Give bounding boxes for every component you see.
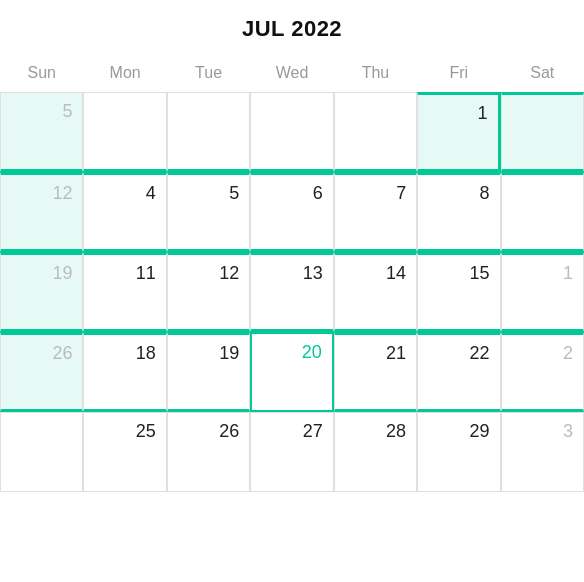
header-fri: Fri	[417, 58, 500, 92]
day-cell-19[interactable]: 19	[167, 332, 250, 412]
day-cell-empty-4[interactable]	[334, 92, 417, 172]
calendar: JUL 2022 Sun Mon Tue Wed Thu Fri Sat 5 1	[0, 0, 584, 500]
header-sat: Sat	[501, 58, 584, 92]
day-cell-11[interactable]: 11	[83, 252, 166, 332]
day-cell-26-sun[interactable]: 26	[0, 332, 83, 412]
day-cell-6[interactable]: 6	[250, 172, 333, 252]
header-tue: Tue	[167, 58, 250, 92]
day-cell-15[interactable]: 15	[417, 252, 500, 332]
day-cell-empty-3[interactable]	[250, 92, 333, 172]
day-cell-21[interactable]: 21	[334, 332, 417, 412]
day-cell-1[interactable]: 1	[417, 92, 500, 172]
day-cell-26[interactable]: 26	[167, 412, 250, 492]
day-cell-5-prev[interactable]: 5	[0, 92, 83, 172]
header-wed: Wed	[250, 58, 333, 92]
day-cell-25[interactable]: 25	[83, 412, 166, 492]
day-cell-20-today[interactable]: 20	[250, 332, 333, 412]
day-cell-28[interactable]: 28	[334, 412, 417, 492]
header-thu: Thu	[334, 58, 417, 92]
day-cell-sat-w3[interactable]: 1	[501, 252, 584, 332]
day-cell-5[interactable]: 5	[167, 172, 250, 252]
header-sun: Sun	[0, 58, 83, 92]
day-cell-12[interactable]: 12	[167, 252, 250, 332]
day-cell-29[interactable]: 29	[417, 412, 500, 492]
day-cell-27[interactable]: 27	[250, 412, 333, 492]
day-cell-8[interactable]: 8	[417, 172, 500, 252]
day-cell-7[interactable]: 7	[334, 172, 417, 252]
day-cell-sat-w4[interactable]: 2	[501, 332, 584, 412]
day-cell-sat-w2[interactable]	[501, 172, 584, 252]
day-cell-empty-2[interactable]	[167, 92, 250, 172]
day-cell-18[interactable]: 18	[83, 332, 166, 412]
calendar-title: JUL 2022	[0, 16, 584, 42]
calendar-grid: Sun Mon Tue Wed Thu Fri Sat 5 1 12	[0, 58, 584, 492]
day-cell-4[interactable]: 4	[83, 172, 166, 252]
day-cell-empty-1[interactable]	[83, 92, 166, 172]
day-cell-sat-w5[interactable]: 3	[501, 412, 584, 492]
day-cell-empty-sun-5[interactable]	[0, 412, 83, 492]
day-cell-14[interactable]: 14	[334, 252, 417, 332]
day-cell-19-sun[interactable]: 19	[0, 252, 83, 332]
day-cell-13[interactable]: 13	[250, 252, 333, 332]
day-cell-22[interactable]: 22	[417, 332, 500, 412]
day-cell-sat-w1[interactable]	[501, 92, 584, 172]
day-cell-12-sun[interactable]: 12	[0, 172, 83, 252]
header-mon: Mon	[83, 58, 166, 92]
